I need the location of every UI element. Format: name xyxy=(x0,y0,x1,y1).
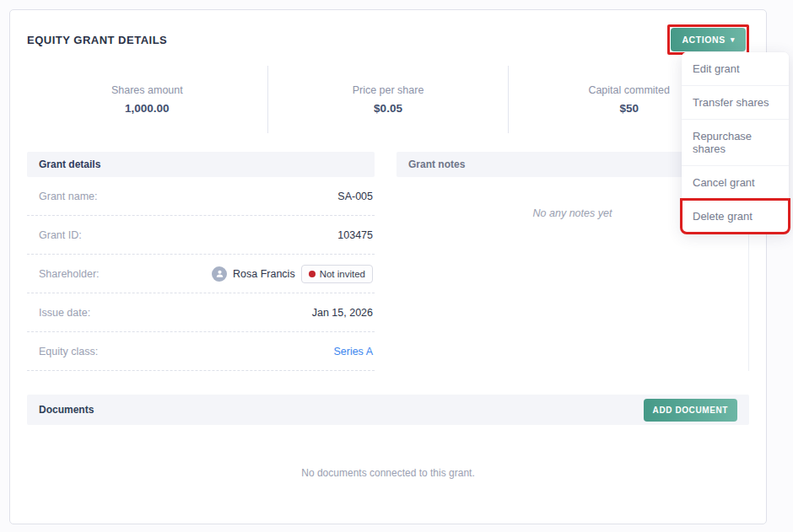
documents-section: Documents ADD DOCUMENT No documents conn… xyxy=(27,395,749,479)
documents-empty-text: No documents connected to this grant. xyxy=(27,467,749,479)
caret-down-icon: ▾ xyxy=(731,36,735,44)
card-header: EQUITY GRANT DETAILS ACTIONS ▾ xyxy=(27,25,749,54)
row-label: Grant name: xyxy=(39,191,97,202)
add-document-button[interactable]: ADD DOCUMENT xyxy=(644,399,737,422)
actions-button-label: ACTIONS xyxy=(682,35,725,45)
row-label: Equity class: xyxy=(39,346,98,357)
avatar xyxy=(212,266,227,282)
row-value: 103475 xyxy=(337,229,373,241)
menu-item-repurchase-shares[interactable]: Repurchase shares xyxy=(682,120,789,166)
main-columns: Grant details Grant name: SA-005 Grant I… xyxy=(27,152,749,371)
stat-price-per-share: Price per share $0.05 xyxy=(267,66,509,133)
shareholder-value: Rosa Francis Not invited xyxy=(212,265,373,283)
menu-item-delete-grant[interactable]: Delete grant xyxy=(682,200,789,233)
actions-dropdown-menu: Edit grant Transfer shares Repurchase sh… xyxy=(682,52,789,233)
stats-row: Shares amount 1,000.00 Price per share $… xyxy=(27,66,749,133)
row-value: Jan 15, 2026 xyxy=(312,307,373,319)
status-badge: Not invited xyxy=(301,265,373,283)
stat-label: Capital commited xyxy=(588,84,670,96)
stat-value: $50 xyxy=(619,102,639,115)
status-badge-label: Not invited xyxy=(320,269,365,279)
row-equity-class: Equity class: Series A xyxy=(27,332,375,371)
documents-header: Documents ADD DOCUMENT xyxy=(27,395,749,425)
stat-label: Price per share xyxy=(353,84,424,96)
person-icon xyxy=(215,269,224,278)
grant-details-header: Grant details xyxy=(27,152,375,177)
stat-value: 1,000.00 xyxy=(125,102,170,115)
page-title: EQUITY GRANT DETAILS xyxy=(27,34,167,46)
row-label: Shareholder: xyxy=(39,268,100,280)
menu-item-edit-grant[interactable]: Edit grant xyxy=(682,52,789,86)
row-grant-name: Grant name: SA-005 xyxy=(27,177,375,216)
documents-title: Documents xyxy=(39,404,94,416)
actions-button[interactable]: ACTIONS ▾ xyxy=(671,28,746,51)
row-label: Issue date: xyxy=(39,307,90,319)
stat-label: Shares amount xyxy=(111,84,183,96)
status-dot-icon xyxy=(309,271,316,277)
row-value: SA-005 xyxy=(337,191,373,202)
annotation-box-actions: ACTIONS ▾ xyxy=(667,24,749,55)
row-grant-id: Grant ID: 103475 xyxy=(27,216,375,255)
row-issue-date: Issue date: Jan 15, 2026 xyxy=(27,293,375,332)
stat-value: $0.05 xyxy=(374,102,402,115)
menu-item-transfer-shares[interactable]: Transfer shares xyxy=(682,86,789,120)
stat-shares-amount: Shares amount 1,000.00 xyxy=(27,66,267,133)
grant-details-panel: Grant details Grant name: SA-005 Grant I… xyxy=(27,152,375,371)
menu-item-cancel-grant[interactable]: Cancel grant xyxy=(682,166,789,200)
row-shareholder: Shareholder: Rosa Francis Not invited xyxy=(27,255,375,293)
equity-class-link[interactable]: Series A xyxy=(333,346,373,357)
row-label: Grant ID: xyxy=(39,229,82,241)
shareholder-name: Rosa Francis xyxy=(233,268,295,280)
equity-grant-details-card: EQUITY GRANT DETAILS ACTIONS ▾ Shares am… xyxy=(9,9,767,524)
